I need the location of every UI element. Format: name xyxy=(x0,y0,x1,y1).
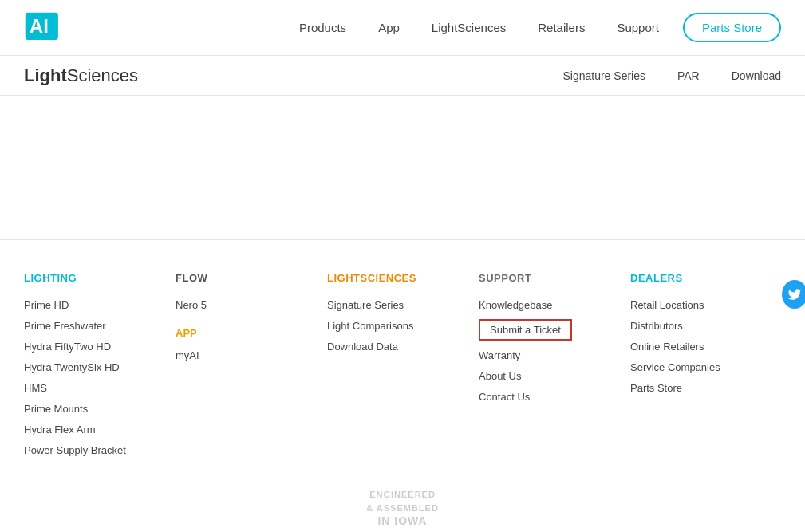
support-list: Knowledgebase Submit a Ticket Warranty A… xyxy=(479,298,614,403)
flow-list: Nero 5 xyxy=(176,298,311,311)
nav-download[interactable]: Download xyxy=(732,69,781,82)
support-submit-ticket[interactable]: Submit a Ticket xyxy=(479,319,572,341)
list-item: Prime Mounts xyxy=(24,402,160,415)
lighting-hydra-flex-arm[interactable]: Hydra Flex Arm xyxy=(24,424,96,435)
app-subtitle: APP xyxy=(176,327,311,339)
secondary-nav-links: Signature Series PAR Download xyxy=(562,69,781,82)
main-nav: Products App LightSciences Retailers Sup… xyxy=(299,21,659,34)
app-list: myAI xyxy=(176,349,311,361)
nav-lightsciences[interactable]: LightSciences xyxy=(432,21,506,34)
support-contact-us[interactable]: Contact Us xyxy=(479,391,530,403)
footer-support-col: SUPPORT Knowledgebase Submit a Ticket Wa… xyxy=(479,272,614,464)
list-item: Hydra Flex Arm xyxy=(24,423,160,435)
dealers-title: DEALERS xyxy=(630,272,766,284)
list-item: myAI xyxy=(176,349,311,361)
iowa-text: IN IOWA xyxy=(24,514,781,527)
lighting-power-supply[interactable]: Power Supply Bracket xyxy=(24,444,126,456)
list-item: Distributors xyxy=(630,319,766,332)
list-item: Signature Series xyxy=(327,298,463,311)
footer-flow-col: FLOW Nero 5 APP myAI xyxy=(176,272,311,464)
dealers-retail-locations[interactable]: Retail Locations xyxy=(630,299,704,311)
list-item: Online Retailers xyxy=(630,340,766,353)
lightsciences-list: Signature Series Light Comparisons Downl… xyxy=(327,298,463,353)
social-icons xyxy=(782,280,805,309)
list-item: Hydra TwentySix HD xyxy=(24,361,160,373)
list-item: About Us xyxy=(479,369,614,382)
nav-signature-series[interactable]: Signature Series xyxy=(562,69,645,82)
list-item: Prime HD xyxy=(24,298,160,311)
list-item: Power Supply Bracket xyxy=(24,443,160,456)
list-item: Parts Store xyxy=(630,381,766,394)
list-item: Submit a Ticket xyxy=(479,319,614,341)
dealers-service-companies[interactable]: Service Companies xyxy=(630,361,720,373)
logo-area: AI xyxy=(24,8,76,48)
dealers-online-retailers[interactable]: Online Retailers xyxy=(630,341,704,353)
footer: LIGHTING Prime HD Prime Freshwater Hydra… xyxy=(0,239,805,532)
lighting-hydra-twentysix[interactable]: Hydra TwentySix HD xyxy=(24,361,120,373)
secondary-nav: LightSciences Signature Series PAR Downl… xyxy=(0,56,805,96)
lighting-prime-freshwater[interactable]: Prime Freshwater xyxy=(24,320,106,332)
brand-title: LightSciences xyxy=(24,65,138,86)
main-content xyxy=(0,96,805,239)
twitter-icon[interactable] xyxy=(782,280,805,309)
brand-light: Light xyxy=(24,65,67,85)
footer-columns: LIGHTING Prime HD Prime Freshwater Hydra… xyxy=(24,272,781,464)
footer-bottom: ENGINEERED & ASSEMBLED IN IOWA xyxy=(24,488,781,527)
flow-nero5[interactable]: Nero 5 xyxy=(176,299,207,311)
list-item: Download Data xyxy=(327,340,463,353)
ls-light-comparisons[interactable]: Light Comparisons xyxy=(327,320,413,332)
support-about-us[interactable]: About Us xyxy=(479,370,521,382)
app-myai[interactable]: myAI xyxy=(176,349,199,361)
list-item: Hydra FiftyTwo HD xyxy=(24,340,160,353)
dealers-parts-store[interactable]: Parts Store xyxy=(630,382,682,394)
dealers-list: Retail Locations Distributors Online Ret… xyxy=(630,298,766,394)
nav-app[interactable]: App xyxy=(378,21,400,34)
footer-lightsciences-col: LIGHTSCIENCES Signature Series Light Com… xyxy=(327,272,463,464)
footer-social-col xyxy=(782,272,805,464)
list-item: Light Comparisons xyxy=(327,319,463,332)
main-header: AI Products App LightSciences Retailers … xyxy=(0,0,805,56)
nav-retailers[interactable]: Retailers xyxy=(538,21,585,34)
list-item: Retail Locations xyxy=(630,298,766,311)
flow-title: FLOW xyxy=(176,272,311,284)
nav-products[interactable]: Products xyxy=(299,21,346,34)
list-item: Prime Freshwater xyxy=(24,319,160,332)
list-item: Contact Us xyxy=(479,390,614,403)
lightsciences-title: LIGHTSCIENCES xyxy=(327,272,463,284)
support-title: SUPPORT xyxy=(479,272,614,284)
lighting-prime-mounts[interactable]: Prime Mounts xyxy=(24,403,88,415)
dealers-distributors[interactable]: Distributors xyxy=(630,320,683,332)
footer-dealers-col: DEALERS Retail Locations Distributors On… xyxy=(630,272,766,464)
list-item: Knowledgebase xyxy=(479,298,614,311)
ls-signature-series[interactable]: Signature Series xyxy=(327,299,404,311)
engineered-text: ENGINEERED & ASSEMBLED xyxy=(24,488,781,514)
parts-store-button[interactable]: Parts Store xyxy=(683,13,781,42)
svg-text:AI: AI xyxy=(30,15,49,37)
lighting-hms[interactable]: HMS xyxy=(24,382,47,394)
ls-download-data[interactable]: Download Data xyxy=(327,341,398,353)
nav-support[interactable]: Support xyxy=(617,21,659,34)
footer-lighting-col: LIGHTING Prime HD Prime Freshwater Hydra… xyxy=(24,272,160,464)
ai-logo[interactable]: AI xyxy=(24,8,72,48)
lighting-prime-hd[interactable]: Prime HD xyxy=(24,299,69,311)
list-item: HMS xyxy=(24,381,160,394)
list-item: Service Companies xyxy=(630,361,766,373)
list-item: Warranty xyxy=(479,349,614,361)
support-warranty[interactable]: Warranty xyxy=(479,349,520,361)
lighting-title: LIGHTING xyxy=(24,272,160,284)
support-knowledgebase[interactable]: Knowledgebase xyxy=(479,299,553,311)
lighting-hydra-fiftytwo[interactable]: Hydra FiftyTwo HD xyxy=(24,341,111,353)
brand-sciences: Sciences xyxy=(67,65,138,85)
lighting-list: Prime HD Prime Freshwater Hydra FiftyTwo… xyxy=(24,298,160,456)
nav-par[interactable]: PAR xyxy=(677,69,700,82)
list-item: Nero 5 xyxy=(176,298,311,311)
